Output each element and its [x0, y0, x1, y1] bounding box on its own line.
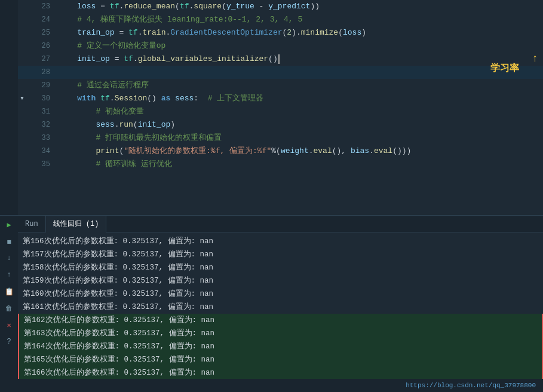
code-line-33: 33 # 打印随机最先初始化的权重和偏置: [18, 131, 543, 145]
fold-arrow-31[interactable]: [18, 109, 26, 115]
line-gutter-25: 25: [18, 26, 54, 39]
line-gutter-31: 31: [18, 105, 54, 118]
panel-content: Run 线性回归 (1) 第156次优化后的参数权重: 0.325137, 偏置…: [18, 216, 543, 392]
code-line-27: 27 init_op = tf.global_variables_initial…: [18, 53, 543, 66]
line-content-33: # 打印随机最先初始化的权重和偏置: [54, 131, 543, 145]
bottom-panel: ▶ ◼ ↓ ↑ 📋 🗑 ✕ ? Run 线性回归 (1) 第156次优化后的参数…: [0, 215, 543, 392]
down-icon[interactable]: ↓: [2, 252, 16, 265]
line-number-25: 25: [36, 29, 54, 37]
line-number-31: 31: [36, 108, 54, 116]
line-number-27: 27: [36, 55, 54, 63]
breakpoint-24[interactable]: [26, 17, 36, 23]
line-gutter-27: 27: [18, 53, 54, 66]
line-number-34: 34: [36, 147, 54, 155]
line-gutter-30: ▼30: [18, 92, 54, 105]
output-lines[interactable]: 第156次优化后的参数权重: 0.325137, 偏置为: nan第157次优化…: [18, 232, 543, 379]
line-number-32: 32: [36, 121, 54, 129]
breakpoint-25[interactable]: [26, 30, 36, 36]
code-line-32: 32 sess.run(init_op): [18, 118, 543, 131]
status-link[interactable]: https://blog.csdn.net/qq_37978800: [406, 382, 536, 389]
tab-linear[interactable]: 线性回归 (1): [46, 216, 107, 232]
breakpoint-35[interactable]: [26, 161, 36, 167]
panel-left-sidebar: ▶ ◼ ↓ ↑ 📋 🗑 ✕ ?: [0, 216, 18, 392]
line-content-32: sess.run(init_op): [54, 118, 543, 131]
line-gutter-34: 34: [18, 145, 54, 158]
code-line-29: 29 # 通过会话运行程序: [18, 79, 543, 92]
line-content-35: # 循环训练 运行优化: [54, 158, 543, 171]
breakpoint-31[interactable]: [26, 109, 36, 115]
code-line-31: 31 # 初始化变量: [18, 105, 543, 118]
line-content-29: # 通过会话运行程序: [54, 79, 543, 92]
code-line-34: 34 print("随机初始化的参数权重:%f, 偏置为:%f"%(weight…: [18, 145, 543, 158]
help-icon[interactable]: ?: [2, 335, 16, 348]
editor-left-sidebar: [0, 0, 18, 215]
code-line-23: 23 loss = tf.reduce_mean(tf.square(y_tru…: [18, 0, 543, 13]
line-number-33: 33: [36, 134, 54, 142]
up-icon[interactable]: ↑: [2, 268, 16, 281]
line-number-30: 30: [36, 94, 54, 103]
output-line-6: 第162次优化后的参数权重: 0.325137, 偏置为: nan: [18, 314, 543, 327]
annotation-label: 学习率: [490, 62, 519, 75]
breakpoint-32[interactable]: [26, 122, 36, 128]
line-content-24: # 4, 梯度下降优化损失 leaning_rate:0--1, 2, 3, 4…: [54, 13, 543, 26]
line-content-28: [54, 66, 543, 79]
line-content-26: # 定义一个初始化变量op: [54, 39, 543, 53]
breakpoint-33[interactable]: [26, 135, 36, 141]
line-gutter-24: 24: [18, 13, 54, 26]
annotation-arrow: ↑: [532, 53, 538, 65]
line-content-34: print("随机初始化的参数权重:%f, 偏置为:%f"%(weight.ev…: [54, 145, 543, 158]
stop-icon[interactable]: ◼: [2, 235, 16, 248]
output-line-3: 第159次优化后的参数权重: 0.325137, 偏置为: nan: [18, 274, 543, 287]
line-content-23: loss = tf.reduce_mean(tf.square(y_true -…: [54, 0, 543, 13]
output-line-7: 第163次优化后的参数权重: 0.325137, 偏置为: nan: [18, 327, 543, 340]
breakpoint-23[interactable]: [26, 4, 36, 10]
breakpoint-27[interactable]: [26, 56, 36, 62]
line-content-31: # 初始化变量: [54, 105, 543, 118]
line-content-27: init_op = tf.global_variables_initialize…: [54, 53, 543, 66]
output-line-2: 第158次优化后的参数权重: 0.325137, 偏置为: nan: [18, 261, 543, 274]
code-line-28: 28: [18, 66, 543, 79]
line-number-24: 24: [36, 16, 54, 24]
line-gutter-28: 28: [18, 66, 54, 79]
run-icon[interactable]: ▶: [2, 218, 16, 231]
line-content-25: train_op = tf.train.GradientDescentOptim…: [54, 26, 543, 39]
line-gutter-29: 29: [18, 79, 54, 92]
copy-icon[interactable]: 📋: [2, 285, 16, 298]
line-gutter-23: 23: [18, 0, 54, 13]
line-gutter-33: 33: [18, 131, 54, 145]
line-number-35: 35: [36, 160, 54, 169]
line-gutter-35: 35: [18, 158, 54, 171]
output-line-5: 第161次优化后的参数权重: 0.325137, 偏置为: nan: [18, 301, 543, 314]
output-line-9: 第165次优化后的参数权重: 0.325137, 偏置为: nan: [18, 353, 543, 366]
line-number-23: 23: [36, 2, 54, 11]
output-line-8: 第164次优化后的参数权重: 0.325137, 偏置为: nan: [18, 340, 543, 353]
output-line-4: 第160次优化后的参数权重: 0.325137, 偏置为: nan: [18, 287, 543, 301]
code-line-25: 25 train_op = tf.train.GradientDescentOp…: [18, 26, 543, 39]
line-content-30: with tf.Session() as sess: # 上下文管理器: [54, 92, 543, 105]
line-number-29: 29: [36, 81, 54, 90]
breakpoint-30[interactable]: [26, 96, 36, 102]
code-container[interactable]: 23 loss = tf.reduce_mean(tf.square(y_tru…: [18, 0, 543, 215]
code-line-30: ▼30 with tf.Session() as sess: # 上下文管理器: [18, 92, 543, 105]
code-line-35: 35 # 循环训练 运行优化: [18, 158, 543, 171]
close-icon[interactable]: ✕: [2, 318, 16, 332]
line-number-26: 26: [36, 42, 54, 50]
code-line-24: 24 # 4, 梯度下降优化损失 leaning_rate:0--1, 2, 3…: [18, 13, 543, 26]
output-line-10: 第166次优化后的参数权重: 0.325137, 偏置为: nan: [18, 366, 543, 379]
delete-icon[interactable]: 🗑: [2, 302, 16, 315]
breakpoint-34[interactable]: [26, 148, 36, 154]
line-gutter-26: 26: [18, 39, 54, 53]
code-line-26: 26 # 定义一个初始化变量op: [18, 39, 543, 53]
line-gutter-32: 32: [18, 118, 54, 131]
code-editor: 23 loss = tf.reduce_mean(tf.square(y_tru…: [0, 0, 543, 215]
output-line-0: 第156次优化后的参数权重: 0.325137, 偏置为: nan: [18, 235, 543, 248]
fold-arrow-30[interactable]: ▼: [18, 96, 26, 102]
breakpoint-28[interactable]: [26, 69, 36, 75]
output-line-1: 第157次优化后的参数权重: 0.325137, 偏置为: nan: [18, 248, 543, 261]
tab-run[interactable]: Run: [18, 216, 46, 232]
breakpoint-29[interactable]: [26, 82, 36, 88]
panel-tab-bar: Run 线性回归 (1): [18, 216, 543, 232]
status-bar: https://blog.csdn.net/qq_37978800: [18, 379, 543, 392]
line-number-28: 28: [36, 68, 54, 76]
breakpoint-26[interactable]: [26, 43, 36, 49]
